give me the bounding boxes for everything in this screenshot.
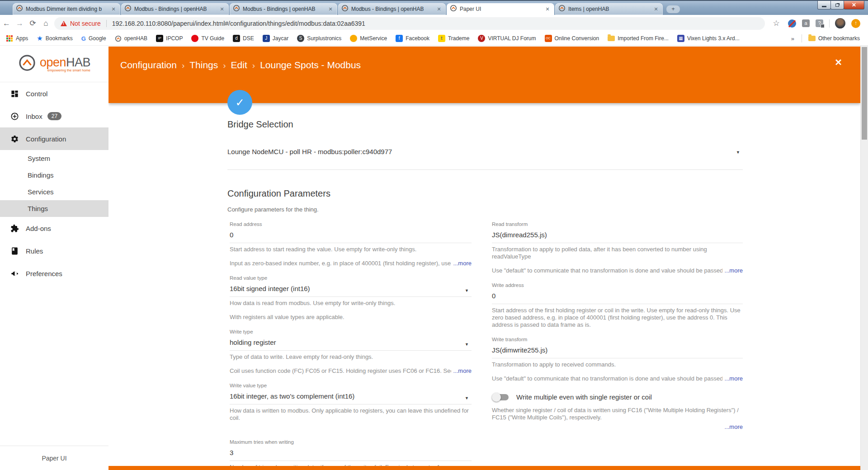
bookmark-facebook[interactable]: fFacebook bbox=[396, 35, 429, 42]
bookmark-openhab[interactable]: openHAB bbox=[115, 35, 147, 42]
trademe-icon: t bbox=[438, 35, 445, 42]
bookmarks-divider bbox=[802, 34, 802, 42]
bookmark-tv-guide[interactable]: TV Guide bbox=[191, 35, 224, 42]
logo-open: open bbox=[40, 56, 66, 69]
bookmark-ipcop[interactable]: IPIPCOP bbox=[156, 35, 183, 42]
close-edit-icon[interactable]: ✕ bbox=[835, 57, 842, 68]
not-secure-label[interactable]: Not secure bbox=[70, 20, 101, 27]
bookmark-dse[interactable]: dDSE bbox=[233, 35, 254, 42]
not-secure-warning-icon[interactable] bbox=[61, 21, 67, 26]
tab-modbus-bindings-3[interactable]: Modbus - Bindings | openHAB ✕ bbox=[338, 3, 446, 15]
bookmark-online-conversion[interactable]: OCOnline Conversion bbox=[545, 35, 599, 42]
field-help: Transformation to apply to polled data, … bbox=[492, 246, 743, 260]
shopping-extension-icon[interactable]: a bbox=[802, 19, 810, 27]
apps-shortcut[interactable]: Apps bbox=[6, 35, 28, 42]
back-icon[interactable]: ← bbox=[0, 19, 13, 28]
more-link[interactable]: ...more bbox=[453, 260, 472, 267]
minimize-icon bbox=[822, 6, 826, 7]
profile-avatar[interactable] bbox=[835, 18, 845, 28]
bookmark-imported-from-firefox[interactable]: Imported From Fire... bbox=[608, 35, 669, 42]
tab-modbus-bindings-2[interactable]: Modbus - Bindings | openHAB ✕ bbox=[230, 3, 337, 15]
sidebar-item-rules[interactable]: Rules bbox=[0, 240, 108, 262]
other-bookmarks[interactable]: Other bookmarks bbox=[808, 35, 860, 42]
bookmark-google[interactable]: GGoogle bbox=[81, 35, 106, 42]
restore-button[interactable] bbox=[830, 1, 844, 9]
more-link[interactable]: ...more bbox=[725, 423, 743, 430]
read-value-type-select[interactable]: 16bit signed integer (int16)▼ bbox=[230, 285, 472, 297]
sidebar-item-addons[interactable]: Add-ons bbox=[0, 217, 108, 240]
sidebar-item-services[interactable]: Services bbox=[0, 183, 108, 200]
folder-icon bbox=[608, 36, 615, 41]
tab-modbus-dimmer[interactable]: Modbus Dimmer item dividing b ✕ bbox=[13, 3, 120, 15]
bookmark-metservice[interactable]: MetService bbox=[350, 35, 387, 42]
field-write-type: Write type holding register▼ Type of dat… bbox=[230, 329, 472, 375]
breadcrumb-configuration[interactable]: Configuration bbox=[120, 60, 177, 70]
reload-icon[interactable]: ⟳ bbox=[26, 19, 39, 28]
tab-close-icon[interactable]: ✕ bbox=[110, 6, 117, 12]
sidebar-item-bindings[interactable]: Bindings bbox=[0, 167, 108, 183]
read-address-input[interactable]: 0 bbox=[230, 231, 472, 243]
bookmark-label: Online Conversion bbox=[555, 35, 599, 42]
write-address-input[interactable]: 0 bbox=[492, 292, 743, 304]
bridge-selection-title: Bridge Selection bbox=[227, 119, 293, 130]
bookmark-trademe[interactable]: tTrademe bbox=[438, 35, 470, 42]
maximum-tries-input[interactable]: 3 bbox=[230, 449, 472, 461]
write-multiple-toggle[interactable] bbox=[493, 394, 509, 400]
blocker-extension-icon[interactable] bbox=[788, 19, 796, 28]
scrollbar-thumb[interactable] bbox=[862, 47, 867, 140]
sidebar-item-label: Configuration bbox=[26, 135, 66, 143]
browser-menu-update-icon[interactable]: ↑ bbox=[851, 19, 860, 28]
write-value-type-select[interactable]: 16bit integer, as two's complement (int1… bbox=[230, 392, 472, 404]
sidebar-item-system[interactable]: System bbox=[0, 150, 108, 167]
field-extra: Coil uses function code (FC) FC05 or FC1… bbox=[230, 367, 472, 375]
bridge-select[interactable]: Lounge NodeMCU - poll HR - modbus:poller… bbox=[227, 148, 743, 170]
tab-close-icon[interactable]: ✕ bbox=[544, 6, 551, 12]
tab-close-icon[interactable]: ✕ bbox=[218, 6, 226, 12]
field-help: Start address of the first holding regis… bbox=[492, 307, 743, 329]
read-transform-input[interactable]: JS(dimread255.js) bbox=[492, 231, 743, 243]
help-extension-icon[interactable]: ? bbox=[816, 19, 823, 27]
address-bar[interactable]: Not secure 192.168.20.110:8080/paperui/i… bbox=[54, 17, 765, 30]
sidebar-item-preferences[interactable]: Preferences bbox=[0, 262, 108, 285]
tab-modbus-bindings-1[interactable]: Modbus - Bindings | openHAB ✕ bbox=[121, 3, 229, 15]
tab-close-icon[interactable]: ✕ bbox=[652, 6, 660, 12]
paper-ui-label: Paper UI bbox=[42, 455, 66, 462]
bookmark-virtual-dj-forum[interactable]: VVIRTUAL DJ Forum bbox=[478, 35, 536, 42]
more-link[interactable]: ...more bbox=[725, 375, 743, 382]
forward-icon[interactable]: → bbox=[13, 19, 26, 28]
sidebar-item-control[interactable]: Control bbox=[0, 82, 108, 105]
more-link[interactable]: ...more bbox=[453, 367, 472, 375]
field-label: Write type bbox=[230, 329, 472, 335]
tab-paper-ui-active[interactable]: Paper UI ✕ bbox=[447, 3, 554, 15]
tab-items-openhab[interactable]: Items | openHAB ✕ bbox=[555, 3, 663, 15]
surplustronics-icon: S bbox=[297, 35, 304, 42]
bookmark-vixen-lights[interactable]: ▦Vixen Lights 3.x Ard... bbox=[677, 35, 740, 42]
bookmark-surplustronics[interactable]: SSurplustronics bbox=[297, 35, 341, 42]
url-text[interactable]: 192.168.20.110:8080/paperui/index.html#/… bbox=[112, 20, 365, 27]
sidebar-item-label: System bbox=[28, 155, 50, 162]
breadcrumb-separator: › bbox=[218, 61, 231, 70]
bookmark-star-icon[interactable]: ☆ bbox=[770, 19, 782, 28]
bookmarks-overflow-chevron[interactable]: » bbox=[791, 35, 794, 42]
home-icon[interactable]: ⌂ bbox=[39, 19, 52, 28]
breadcrumb-edit[interactable]: Edit bbox=[231, 60, 247, 70]
minimize-button[interactable] bbox=[817, 1, 831, 9]
sidebar-item-inbox[interactable]: Inbox 27 bbox=[0, 105, 108, 127]
write-multiple-help: Whether single register / coil of data i… bbox=[492, 407, 743, 421]
tab-close-icon[interactable]: ✕ bbox=[435, 6, 443, 12]
write-transform-input[interactable]: JS(dimwrite255.js) bbox=[492, 346, 743, 358]
close-window-button[interactable]: ✕ bbox=[844, 1, 864, 9]
preferences-icon bbox=[10, 269, 26, 278]
page-scrollbar[interactable] bbox=[860, 46, 868, 470]
sidebar-item-things[interactable]: Things bbox=[0, 200, 108, 217]
more-link[interactable]: ...more bbox=[725, 267, 743, 274]
bookmark-jaycar[interactable]: JJaycar bbox=[263, 35, 288, 42]
bookmark-bookmarks[interactable]: ★Bookmarks bbox=[37, 34, 72, 42]
field-value: holding register bbox=[230, 338, 276, 346]
new-tab-button[interactable]: + bbox=[666, 5, 680, 13]
tab-close-icon[interactable]: ✕ bbox=[327, 6, 334, 12]
tab-title: Modbus - Bindings | openHAB bbox=[351, 6, 433, 12]
breadcrumb-things[interactable]: Things bbox=[189, 60, 218, 70]
write-type-select[interactable]: holding register▼ bbox=[230, 338, 472, 351]
sidebar-item-configuration[interactable]: Configuration bbox=[0, 127, 108, 150]
